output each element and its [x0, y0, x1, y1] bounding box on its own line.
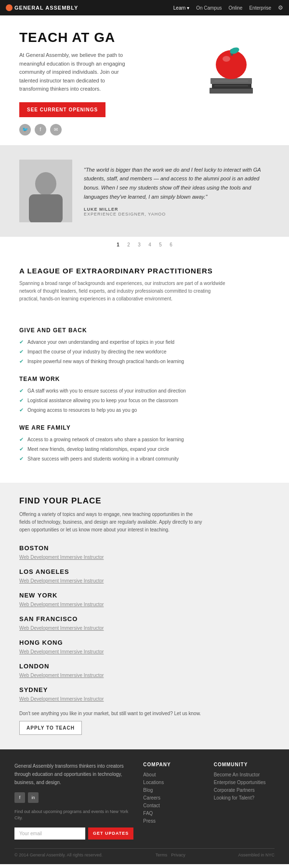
facebook-icon[interactable]: f	[35, 124, 46, 136]
city-link-boston[interactable]: Web Development Immersive Instructor	[19, 555, 104, 560]
footer-facebook-icon[interactable]: f	[14, 792, 25, 803]
footer-email-input[interactable]	[14, 827, 85, 840]
footer-link-enterprise-opp[interactable]: Enterprise Opportunities	[214, 780, 275, 785]
feature-text-2-1: Meet new friends, develop lasting relati…	[27, 446, 169, 453]
footer-bottom: © 2014 General Assembly. All rights rese…	[14, 848, 275, 857]
check-icon: ✔	[19, 456, 24, 462]
email-icon[interactable]: ✉	[50, 124, 62, 136]
footer-link-press[interactable]: Press	[143, 818, 204, 824]
city-link-hongkong[interactable]: Web Development Immersive Instructor	[19, 649, 104, 654]
twitter-icon[interactable]: 🐦	[19, 124, 31, 136]
feature-block-0: GIVE AND GET BACK ✔ Advance your own und…	[19, 327, 270, 365]
footer-assembled: Assembled in NYC	[238, 853, 275, 857]
footer-copyright: © 2014 General Assembly. All rights rese…	[14, 853, 103, 857]
footer-link-about[interactable]: About	[143, 772, 204, 777]
footer-terms-link[interactable]: Terms	[156, 853, 168, 857]
footer-privacy-link[interactable]: Privacy	[171, 853, 185, 857]
dot-6[interactable]: 6	[168, 242, 174, 248]
apply-to-teach-button[interactable]: APPLY TO TEACH	[19, 721, 82, 735]
footer-link-become-instructor[interactable]: Become An Instructor	[214, 772, 275, 777]
learn-arrow: ▾	[187, 5, 189, 11]
city-link-sanfrancisco[interactable]: Web Development Immersive Instructor	[19, 625, 104, 631]
hero-image	[193, 30, 270, 104]
hero-title: TEACH AT GA	[19, 30, 193, 45]
city-link-london[interactable]: Web Development Immersive Instructor	[19, 673, 104, 678]
testimonial-content: "The world is bigger than the work we do…	[84, 165, 270, 217]
nav-oncampus[interactable]: On Campus	[196, 5, 222, 11]
city-name-london: LONDON	[19, 663, 270, 670]
feature-title-1: TEAM WORK	[19, 376, 270, 382]
footer-link-blog[interactable]: Blog	[143, 787, 204, 793]
footer-link-faq[interactable]: FAQ	[143, 811, 204, 816]
footer-link-corporate-partners[interactable]: Corporate Partners	[214, 787, 275, 793]
feature-text-0-2: Inspire powerful new ways of thinking th…	[27, 358, 184, 365]
practitioners-section: A LEAGUE OF EXTRAORDINARY PRACTITIONERS …	[0, 253, 289, 322]
practitioners-description: Spanning a broad range of backgrounds an…	[19, 280, 226, 303]
footer-col-community: COMMUNITY Become An Instructor Enterpris…	[214, 762, 275, 840]
testimonial-pagination: 1 2 3 4 5 6	[0, 237, 289, 253]
dot-2[interactable]: 2	[125, 242, 132, 248]
feature-item-0-1: ✔ Impact the course of your industry by …	[19, 348, 270, 355]
footer-link-contact[interactable]: Contact	[143, 803, 204, 808]
find-description: Offering a variety of topics and ways to…	[19, 511, 202, 534]
city-link-losangeles[interactable]: Web Development Immersive Instructor	[19, 578, 104, 583]
feature-item-1-2: ✔ Ongoing access to resources to help yo…	[19, 407, 270, 414]
find-title: FIND YOUR PLACE	[19, 496, 270, 506]
find-section: FIND YOUR PLACE Offering a variety of to…	[0, 483, 289, 749]
city-sydney: SYDNEY Web Development Immersive Instruc…	[19, 686, 270, 702]
check-icon: ✔	[19, 339, 24, 345]
footer-linkedin-icon[interactable]: in	[28, 792, 39, 803]
check-icon: ✔	[19, 446, 24, 452]
nav-enterprise[interactable]: Enterprise	[249, 5, 271, 11]
feature-item-2-1: ✔ Meet new friends, develop lasting rela…	[19, 446, 270, 453]
footer-community-title: COMMUNITY	[214, 762, 275, 767]
hero-content: TEACH AT GA At General Assembly, we beli…	[19, 30, 193, 136]
feature-text-0-0: Advance your own understanding and exper…	[27, 339, 174, 346]
feature-title-0: GIVE AND GET BACK	[19, 327, 270, 334]
dot-4[interactable]: 4	[146, 242, 153, 248]
social-icons: 🐦 f ✉	[19, 124, 193, 136]
city-sanfrancisco: SAN FRANCISCO Web Development Immersive …	[19, 615, 270, 631]
footer-col-company: COMPANY About Locations Blog Careers Con…	[143, 762, 204, 840]
check-icon: ✔	[19, 397, 24, 404]
check-icon: ✔	[19, 358, 24, 365]
city-name-boston: BOSTON	[19, 544, 270, 552]
feature-text-2-2: Share success with peers and students wo…	[27, 455, 179, 462]
footer-link-looking-talent[interactable]: Looking for Talent?	[214, 795, 275, 800]
city-name-sydney: SYDNEY	[19, 686, 270, 693]
testimonial-quote: "The world is bigger than the work we do…	[84, 165, 270, 202]
gear-icon[interactable]: ⚙	[278, 4, 283, 11]
city-losangeles: LOS ANGELES Web Development Immersive In…	[19, 568, 270, 584]
feature-item-0-2: ✔ Inspire powerful new ways of thinking …	[19, 358, 270, 365]
nav-learn[interactable]: Learn ▾	[173, 5, 189, 11]
person-svg	[19, 160, 72, 222]
hero-section: TEACH AT GA At General Assembly, we beli…	[0, 15, 289, 145]
footer-link-locations[interactable]: Locations	[143, 780, 204, 785]
logo[interactable]: GENERAL ASSEMBLY	[6, 4, 78, 11]
navigation: GENERAL ASSEMBLY Learn ▾ On Campus Onlin…	[0, 0, 289, 15]
feature-title-2: WE ARE FAMILY	[19, 424, 270, 431]
footer-nyc-note: Find out about upcoming programs and eve…	[14, 809, 133, 822]
nav-online[interactable]: Online	[229, 5, 243, 11]
footer-link-careers[interactable]: Careers	[143, 795, 204, 800]
footer: General Assembly transforms thinkers int…	[0, 749, 289, 864]
feature-text-0-1: Impact the course of your industry by di…	[27, 348, 166, 355]
get-updates-button[interactable]: GET UPDATES	[88, 827, 133, 840]
svg-rect-11	[29, 194, 63, 222]
dot-3[interactable]: 3	[136, 242, 143, 248]
features-section: GIVE AND GET BACK ✔ Advance your own und…	[0, 322, 289, 483]
feature-item-1-1: ✔ Logistical assistance allowing you to …	[19, 397, 270, 404]
city-link-newyork[interactable]: Web Development Immersive Instructor	[19, 602, 104, 607]
city-boston: BOSTON Web Development Immersive Instruc…	[19, 544, 270, 560]
feature-item-0-0: ✔ Advance your own understanding and exp…	[19, 339, 270, 346]
cta-button[interactable]: SEE CURRENT OPENINGS	[19, 102, 105, 117]
feature-block-2: WE ARE FAMILY ✔ Access to a growing netw…	[19, 424, 270, 462]
check-icon: ✔	[19, 436, 24, 443]
testimonial-name: Luke Miller	[84, 207, 270, 212]
testimonial-job-title: Experience Designer, Yahoo	[84, 212, 270, 217]
dot-5[interactable]: 5	[157, 242, 164, 248]
footer-legal-links: Terms Privacy	[156, 853, 185, 857]
feature-text-1-2: Ongoing access to resources to help you …	[27, 407, 137, 414]
dot-1[interactable]: 1	[115, 242, 121, 248]
city-link-sydney[interactable]: Web Development Immersive Instructor	[19, 696, 104, 702]
